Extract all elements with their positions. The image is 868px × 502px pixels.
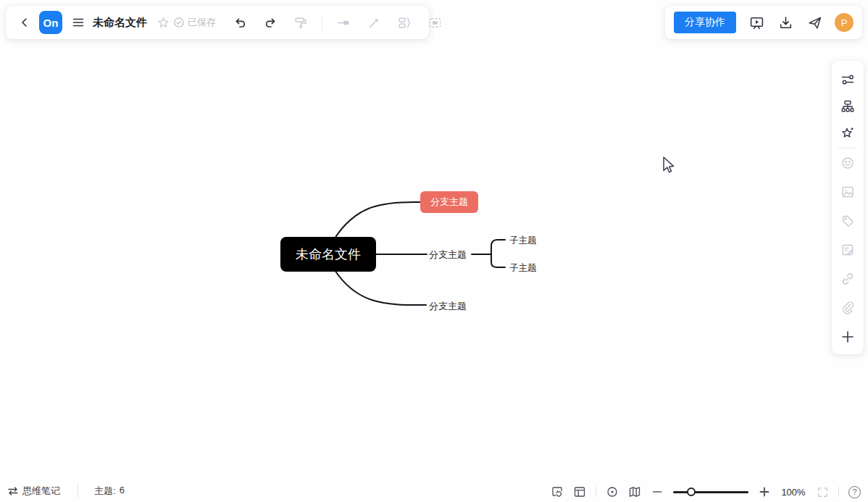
summary-icon bbox=[396, 14, 413, 31]
canvas[interactable]: 未命名文件 分支主题 分支主题 子主题 子主题 分支主题 On 未命名文件 已保… bbox=[0, 0, 868, 502]
status-bar-right: 100% ? bbox=[551, 485, 861, 498]
document-title[interactable]: 未命名文件 bbox=[93, 16, 147, 30]
saved-check-icon bbox=[173, 17, 185, 28]
emoji-icon bbox=[840, 156, 855, 170]
zoom-slider-track[interactable] bbox=[673, 491, 748, 493]
send-icon[interactable] bbox=[806, 14, 823, 31]
share-collaborate-button[interactable]: 分享协作 bbox=[674, 12, 736, 33]
zoom-slider[interactable] bbox=[673, 487, 748, 497]
locate-icon[interactable] bbox=[606, 485, 619, 498]
download-icon[interactable] bbox=[777, 14, 794, 31]
controls-divider-2 bbox=[838, 487, 839, 497]
mindmap-root-node[interactable]: 未命名文件 bbox=[280, 237, 376, 272]
main-toolbar: On 未命名文件 已保存 bbox=[6, 6, 429, 39]
right-tool-panel bbox=[832, 61, 864, 354]
share-toolbar: 分享协作 P bbox=[665, 6, 862, 39]
boundary-icon bbox=[426, 14, 443, 31]
app-logo[interactable]: On bbox=[39, 11, 62, 34]
tag-icon bbox=[840, 214, 855, 228]
mindmap-branch-node-3[interactable]: 分支主题 bbox=[429, 300, 467, 313]
save-status: 已保存 bbox=[173, 16, 216, 29]
menu-icon[interactable] bbox=[70, 14, 87, 31]
structure-icon[interactable] bbox=[840, 99, 855, 114]
presentation-icon[interactable] bbox=[748, 14, 765, 31]
back-icon[interactable] bbox=[16, 14, 33, 31]
theme-star-icon[interactable] bbox=[840, 126, 855, 141]
mode-switch[interactable]: 思维笔记 bbox=[7, 485, 60, 498]
format-painter-icon bbox=[292, 14, 309, 31]
status-bar-left: 思维笔记 主题: 6 bbox=[7, 485, 125, 498]
zoom-level-label[interactable]: 100% bbox=[780, 487, 806, 498]
zoom-slider-knob[interactable] bbox=[687, 488, 696, 496]
topic-count-value: 6 bbox=[120, 485, 125, 498]
mode-label: 思维笔记 bbox=[22, 485, 60, 498]
image-icon bbox=[840, 185, 855, 199]
saved-label: 已保存 bbox=[188, 16, 216, 29]
relation-line-icon bbox=[365, 14, 383, 31]
topic-count-label: 主题: bbox=[94, 485, 116, 498]
history-icon[interactable] bbox=[551, 485, 564, 498]
mindmap-branch-node-1[interactable]: 分支主题 bbox=[420, 191, 478, 213]
zoom-out-icon[interactable] bbox=[651, 485, 664, 498]
note-icon bbox=[840, 243, 855, 257]
topic-counter: 主题: 6 bbox=[78, 485, 125, 498]
link-icon bbox=[840, 272, 855, 286]
sidebar-divider bbox=[838, 148, 857, 148]
user-avatar[interactable]: P bbox=[835, 13, 854, 32]
mouse-cursor bbox=[662, 156, 677, 175]
outline-panel-icon[interactable] bbox=[573, 485, 586, 498]
mindmap-subtopic-node-1[interactable]: 子主题 bbox=[509, 235, 537, 247]
mindmap-branch-node-2[interactable]: 分支主题 bbox=[429, 248, 467, 262]
switch-mode-icon bbox=[7, 486, 19, 496]
attachment-icon bbox=[840, 301, 855, 315]
help-icon[interactable]: ? bbox=[848, 486, 861, 498]
controls-divider bbox=[596, 487, 596, 497]
minimap-icon[interactable] bbox=[628, 485, 641, 498]
insert-topic-icon bbox=[335, 14, 352, 31]
mindmap-subtopic-node-2[interactable]: 子主题 bbox=[509, 262, 537, 275]
style-settings-icon[interactable] bbox=[840, 72, 855, 87]
favorite-star-icon[interactable] bbox=[154, 14, 172, 31]
toolbar-divider bbox=[322, 14, 322, 30]
undo-icon[interactable] bbox=[231, 14, 249, 31]
redo-icon[interactable] bbox=[262, 14, 279, 31]
zoom-in-icon[interactable] bbox=[758, 485, 771, 498]
fullscreen-icon[interactable] bbox=[816, 485, 829, 498]
add-icon[interactable] bbox=[840, 330, 855, 344]
